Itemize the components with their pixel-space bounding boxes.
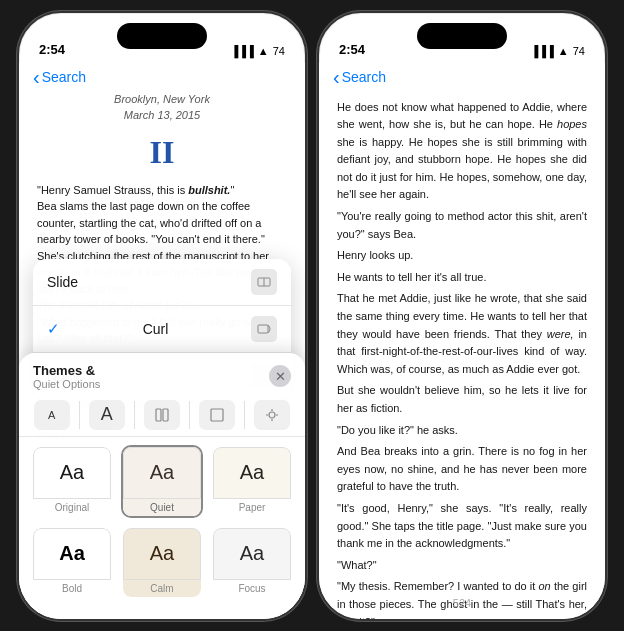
right-para-9: "What?" — [337, 557, 587, 575]
themes-overlay: Themes & Quiet Options ✕ A A — [19, 353, 305, 619]
theme-paper-name: Paper — [213, 499, 291, 516]
theme-bold-aa: Aa — [59, 542, 85, 565]
font-controls: A A — [19, 394, 305, 437]
book-text-normal2: " — [230, 184, 234, 196]
slide-icon — [251, 269, 277, 295]
right-phone: 2:54 ▐▐▐ ▲ 74 Search He does not know wh… — [317, 11, 607, 621]
svg-rect-5 — [163, 409, 168, 421]
theme-quiet-aa: Aa — [150, 461, 174, 484]
theme-calm[interactable]: Aa Calm — [121, 526, 203, 599]
font-separator — [79, 401, 80, 429]
font-decrease-button[interactable]: A — [34, 400, 70, 430]
svg-point-7 — [269, 412, 275, 418]
time-right: 2:54 — [339, 42, 365, 57]
right-content-area: Search He does not know what happened to… — [319, 63, 605, 619]
right-para-3: He wants to tell her it's all true. — [337, 269, 587, 287]
right-para-8: "It's good, Henry," she says. "It's real… — [337, 500, 587, 553]
phones-container: 2:54 ▐▐▐ ▲ 74 Search Brooklyn, New YorkM… — [17, 11, 607, 621]
back-button-left[interactable]: Search — [19, 63, 305, 91]
battery-right: 74 — [573, 45, 585, 57]
theme-paper-preview: Aa — [213, 447, 291, 499]
curl-icon — [251, 316, 277, 342]
font-separator-3 — [189, 401, 190, 429]
font-separator-2 — [134, 401, 135, 429]
right-para-2: Henry looks up. — [337, 247, 587, 265]
close-button[interactable]: ✕ — [269, 365, 291, 387]
svg-rect-4 — [156, 409, 161, 421]
themes-header-text: Themes & Quiet Options — [33, 363, 100, 390]
theme-calm-aa: Aa — [150, 542, 174, 565]
wifi-icon: ▲ — [258, 45, 269, 57]
font-style-button[interactable] — [199, 400, 235, 430]
themes-header: Themes & Quiet Options ✕ — [19, 353, 305, 394]
themes-subtitle: Quiet Options — [33, 378, 100, 390]
right-para-5: But she wouldn't believe him, so he lets… — [337, 382, 587, 417]
theme-bold[interactable]: Aa Bold — [31, 526, 113, 599]
book-chapter: II — [37, 128, 287, 176]
theme-original-name: Original — [33, 499, 111, 516]
theme-focus-name: Focus — [213, 580, 291, 597]
transition-item-slide[interactable]: Slide — [33, 259, 291, 306]
battery-left: 74 — [273, 45, 285, 57]
wifi-icon-right: ▲ — [558, 45, 569, 57]
right-para-0: He does not know what happened to Addie,… — [337, 99, 587, 205]
slide-label: Slide — [47, 274, 78, 290]
theme-calm-name: Calm — [123, 580, 201, 597]
theme-original-aa: Aa — [60, 461, 84, 484]
font-increase-button[interactable]: A — [89, 400, 125, 430]
dynamic-island-right — [417, 23, 507, 49]
theme-original[interactable]: Aa Original — [31, 445, 113, 518]
check-icon: ✓ — [47, 320, 60, 338]
right-para-7: And Bea breaks into a grin. There is no … — [337, 443, 587, 496]
font-separator-4 — [244, 401, 245, 429]
dynamic-island — [117, 23, 207, 49]
svg-rect-2 — [258, 325, 268, 333]
brightness-button[interactable] — [254, 400, 290, 430]
columns-button[interactable] — [144, 400, 180, 430]
right-para-4: That he met Addie, just like he wrote, t… — [337, 290, 587, 378]
book-text-bold: bullshit. — [188, 184, 230, 196]
status-icons-right: ▐▐▐ ▲ 74 — [530, 45, 585, 57]
signal-icon-right: ▐▐▐ — [530, 45, 553, 57]
theme-quiet-preview: Aa — [123, 447, 201, 499]
transition-item-curl[interactable]: ✓ Curl — [33, 306, 291, 353]
back-button-right[interactable]: Search — [319, 63, 605, 91]
theme-focus-preview: Aa — [213, 528, 291, 580]
theme-quiet[interactable]: Aa Quiet — [121, 445, 203, 518]
theme-paper-aa: Aa — [240, 461, 264, 484]
right-para-1: "You're really going to method actor thi… — [337, 208, 587, 243]
theme-original-preview: Aa — [33, 447, 111, 499]
signal-icon: ▐▐▐ — [230, 45, 253, 57]
status-icons-left: ▐▐▐ ▲ 74 — [230, 45, 285, 57]
themes-title: Themes & — [33, 363, 100, 378]
theme-bold-preview: Aa — [33, 528, 111, 580]
book-text-normal: "Henry Samuel Strauss, this is — [37, 184, 188, 196]
themes-grid: Aa Original Aa Quiet Aa Pap — [19, 437, 305, 607]
svg-rect-6 — [211, 409, 223, 421]
theme-focus[interactable]: Aa Focus — [211, 526, 293, 599]
theme-paper[interactable]: Aa Paper — [211, 445, 293, 518]
page-number: 524 — [453, 597, 471, 609]
left-content-area: Search Brooklyn, New YorkMarch 13, 2015 … — [19, 63, 305, 619]
right-para-6: "Do you like it?" he asks. — [337, 422, 587, 440]
time-left: 2:54 — [39, 42, 65, 57]
theme-bold-name: Bold — [33, 580, 111, 597]
book-location: Brooklyn, New YorkMarch 13, 2015 — [37, 91, 287, 124]
theme-quiet-name: Quiet — [123, 499, 201, 516]
left-phone: 2:54 ▐▐▐ ▲ 74 Search Brooklyn, New YorkM… — [17, 11, 307, 621]
theme-focus-aa: Aa — [240, 542, 264, 565]
curl-label: Curl — [143, 321, 169, 337]
right-book-text: He does not know what happened to Addie,… — [319, 91, 605, 619]
theme-calm-preview: Aa — [123, 528, 201, 580]
